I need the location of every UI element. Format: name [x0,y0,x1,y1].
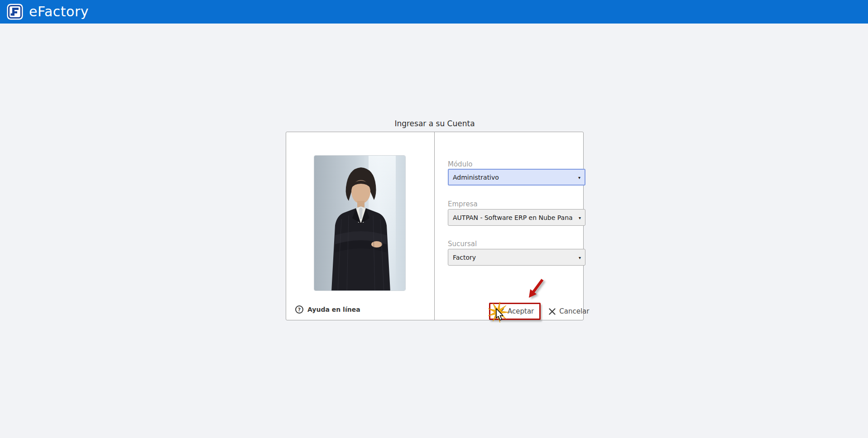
accept-button-label: Aceptar [508,307,534,315]
modulo-select-value: Administrativo [453,174,499,181]
cancel-button[interactable]: Cancelar [543,304,595,319]
help-question-icon: ? [295,305,304,314]
cancel-button-label: Cancelar [559,307,589,315]
app-header: eFactory [0,0,868,24]
businesswoman-photo-image [314,156,406,291]
efactory-logo-icon [6,3,24,20]
empresa-label: Empresa [448,200,478,208]
accept-button[interactable]: Aceptar [490,304,539,319]
chevron-down-icon: ▾ [579,215,581,220]
empresa-select[interactable]: AUTPAN - Software ERP en Nube Pana ▾ [448,209,585,226]
sucursal-select-value: Factory [453,254,476,261]
svg-text:?: ? [298,307,301,313]
chevron-down-icon: ▾ [579,255,581,260]
annotation-highlight-box: Aceptar [489,303,541,320]
empresa-select-value: AUTPAN - Software ERP en Nube Pana [453,214,573,221]
checkmark-icon [496,308,504,315]
online-help-link[interactable]: ? Ayuda en línea [295,305,360,314]
page-title: Ingresar a su Cuenta [286,119,584,128]
modulo-select[interactable]: Administrativo ▾ [448,169,585,186]
online-help-label: Ayuda en línea [307,306,360,313]
login-form: Módulo Administrativo ▾ Empresa AUTPAN -… [435,132,583,320]
brand-title: eFactory [29,0,89,24]
businesswoman-photo [314,155,406,291]
sucursal-label: Sucursal [448,240,477,248]
chevron-down-icon: ▾ [578,175,580,180]
form-actions: Aceptar Cancelar [489,302,595,320]
x-mark-icon [549,308,556,315]
login-card-left-panel: ? Ayuda en línea [286,132,435,320]
sucursal-select[interactable]: Factory ▾ [448,249,585,266]
login-card: ? Ayuda en línea Módulo Administrativo ▾… [286,132,584,320]
modulo-label: Módulo [448,160,473,168]
